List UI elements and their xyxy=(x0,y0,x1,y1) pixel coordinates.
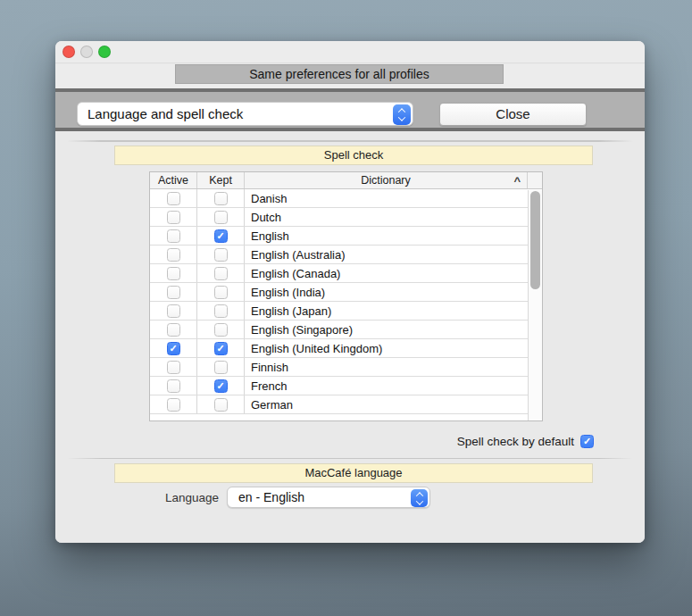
same-preferences-button[interactable]: Same preferences for all profiles xyxy=(175,64,504,84)
spell-check-section-header: Spell check xyxy=(114,146,593,165)
divider xyxy=(67,140,633,142)
dictionary-cell-label: German xyxy=(251,398,293,412)
chevron-down-icon xyxy=(398,113,405,121)
table-row[interactable]: Danish xyxy=(150,189,528,208)
active-checkbox[interactable] xyxy=(167,248,180,262)
kept-checkbox[interactable] xyxy=(214,229,228,243)
close-button[interactable]: Close xyxy=(439,103,587,126)
dictionary-cell: Danish xyxy=(245,189,528,207)
table-row[interactable]: English (Canada) xyxy=(150,264,528,283)
dictionary-cell: German xyxy=(245,395,528,413)
dictionary-cell: English (Singapore) xyxy=(245,320,528,338)
dictionary-table: Active Kept Dictionary ^ Danish D xyxy=(149,171,543,421)
kept-cell xyxy=(197,302,245,320)
active-checkbox[interactable] xyxy=(167,342,180,355)
table-row[interactable]: German xyxy=(150,395,528,414)
language-label: Language xyxy=(149,491,219,504)
active-checkbox[interactable] xyxy=(167,379,180,393)
kept-cell xyxy=(197,283,245,301)
kept-checkbox[interactable] xyxy=(214,286,228,299)
column-header-spacer xyxy=(528,172,542,188)
column-header-active[interactable]: Active xyxy=(150,172,197,188)
active-checkbox[interactable] xyxy=(167,361,180,374)
kept-cell xyxy=(197,320,245,338)
spell-check-default-row: Spell check by default xyxy=(457,434,594,449)
kept-checkbox[interactable] xyxy=(214,304,228,318)
table-row[interactable]: English (United Kingdom) xyxy=(150,339,528,358)
column-header-dictionary[interactable]: Dictionary ^ xyxy=(245,172,528,188)
active-checkbox[interactable] xyxy=(167,211,180,224)
active-cell xyxy=(150,302,197,320)
kept-checkbox[interactable] xyxy=(214,361,228,374)
banner-zone: Same preferences for all profiles xyxy=(55,64,645,88)
active-checkbox[interactable] xyxy=(167,267,180,280)
dictionary-cell: Dutch xyxy=(245,208,528,226)
kept-checkbox[interactable] xyxy=(214,192,228,205)
active-cell xyxy=(150,320,197,338)
language-dropdown[interactable]: en - English xyxy=(227,487,430,508)
zoom-traffic-light[interactable] xyxy=(98,46,111,58)
dictionary-cell-label: Finnish xyxy=(251,361,288,374)
active-cell xyxy=(150,377,197,395)
preference-section-dropdown[interactable]: Language and spell check xyxy=(77,102,413,126)
kept-checkbox[interactable] xyxy=(214,267,228,280)
active-checkbox[interactable] xyxy=(167,192,180,205)
kept-cell xyxy=(197,227,245,245)
kept-cell xyxy=(197,189,245,207)
dictionary-cell: French xyxy=(245,377,528,395)
dictionary-cell-label: English (Japan) xyxy=(251,304,331,318)
chevron-down-icon xyxy=(415,497,422,504)
dictionary-cell: English (India) xyxy=(245,283,528,301)
table-row[interactable]: English (Singapore) xyxy=(150,320,528,339)
dictionary-cell-label: English (Singapore) xyxy=(251,323,353,337)
stepper-icon xyxy=(411,489,428,507)
kept-checkbox[interactable] xyxy=(214,323,228,337)
active-checkbox[interactable] xyxy=(167,286,180,299)
table-row[interactable]: English xyxy=(150,227,528,246)
dictionary-cell-label: English (Australia) xyxy=(251,248,346,262)
minimize-traffic-light[interactable] xyxy=(80,46,93,58)
dictionary-cell-label: French xyxy=(251,379,287,393)
spell-check-default-label: Spell check by default xyxy=(457,434,574,449)
table-row[interactable]: English (Japan) xyxy=(150,302,528,320)
active-cell xyxy=(150,189,197,207)
dictionary-table-body: Danish Dutch English English (Australia) xyxy=(150,189,542,414)
dictionary-cell: English (United Kingdom) xyxy=(245,339,528,357)
active-checkbox[interactable] xyxy=(167,398,180,412)
title-bar[interactable] xyxy=(55,41,645,63)
active-checkbox[interactable] xyxy=(167,304,180,318)
table-row[interactable]: English (India) xyxy=(150,283,528,302)
stepper-icon xyxy=(393,104,411,125)
kept-cell xyxy=(197,264,245,282)
dictionary-cell: English (Japan) xyxy=(245,302,528,320)
table-row[interactable]: English (Australia) xyxy=(150,246,528,264)
preferences-window: Same preferences for all profiles Langua… xyxy=(55,41,645,543)
kept-checkbox[interactable] xyxy=(214,248,228,262)
table-scrollbar[interactable] xyxy=(528,190,542,420)
active-cell xyxy=(150,208,197,226)
kept-checkbox[interactable] xyxy=(214,398,228,412)
active-checkbox[interactable] xyxy=(167,323,180,337)
kept-checkbox[interactable] xyxy=(214,342,228,355)
language-dropdown-value: en - English xyxy=(228,487,429,507)
kept-cell xyxy=(197,208,245,226)
dictionary-cell-label: Dutch xyxy=(251,211,281,224)
dictionary-cell: English (Australia) xyxy=(245,246,528,263)
table-row[interactable]: French xyxy=(150,377,528,395)
traffic-lights xyxy=(63,46,111,58)
kept-checkbox[interactable] xyxy=(214,211,228,224)
active-checkbox[interactable] xyxy=(167,229,180,243)
scrollbar-thumb[interactable] xyxy=(530,191,540,289)
active-cell xyxy=(150,339,197,357)
kept-checkbox[interactable] xyxy=(214,379,228,393)
spell-check-default-checkbox[interactable] xyxy=(580,435,594,448)
close-traffic-light[interactable] xyxy=(63,46,75,58)
active-cell xyxy=(150,246,197,263)
toolbar: Language and spell check Close xyxy=(55,88,645,131)
table-row[interactable]: Finnish xyxy=(150,358,528,377)
kept-cell xyxy=(197,246,245,263)
sort-ascending-icon: ^ xyxy=(513,173,521,188)
active-cell xyxy=(150,227,197,245)
column-header-kept[interactable]: Kept xyxy=(197,172,245,188)
table-row[interactable]: Dutch xyxy=(150,208,528,227)
